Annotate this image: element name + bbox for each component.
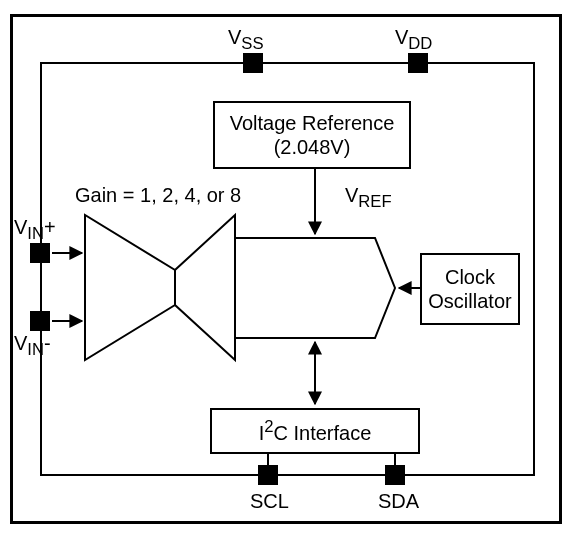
vdd-label: VDD [395,26,432,54]
sda-label: SDA [378,490,419,513]
sda-pad [385,465,405,485]
vin-minus-pad [30,311,50,331]
i2c-label: I2C Interface [259,417,372,445]
voltage-reference-block: Voltage Reference (2.048V) [213,101,411,169]
gain-label: Gain = 1, 2, 4, or 8 [75,184,241,207]
i2c-interface-block: I2C Interface [210,408,420,454]
pga-minus: − [96,308,109,334]
pga-label: PGA [100,280,142,303]
vin-minus-label: VIN- [14,332,51,360]
vref-line1: Voltage Reference [230,111,395,135]
vss-label: VSS [228,26,264,54]
block-diagram: VSS VDD VIN+ VIN- SCL SDA Gain = 1, 2, 4… [0,0,573,546]
adc-line2: Converter [274,294,362,316]
adc-line1: ΔΣ ADC [281,269,355,291]
vss-pad [243,53,263,73]
adc-text: ΔΣ ADC Converter [258,268,378,318]
vref-label: VREF [345,184,392,212]
scl-label: SCL [250,490,289,513]
scl-pad [258,465,278,485]
vdd-pad [408,53,428,73]
vin-plus-pad [30,243,50,263]
pga-plus: + [96,245,109,271]
vref-line2: (2.048V) [274,135,351,159]
clock-line1: Clock [445,265,495,289]
clock-line2: Oscillator [428,289,511,313]
clock-oscillator-block: Clock Oscillator [420,253,520,325]
vin-plus-label: VIN+ [14,216,56,244]
